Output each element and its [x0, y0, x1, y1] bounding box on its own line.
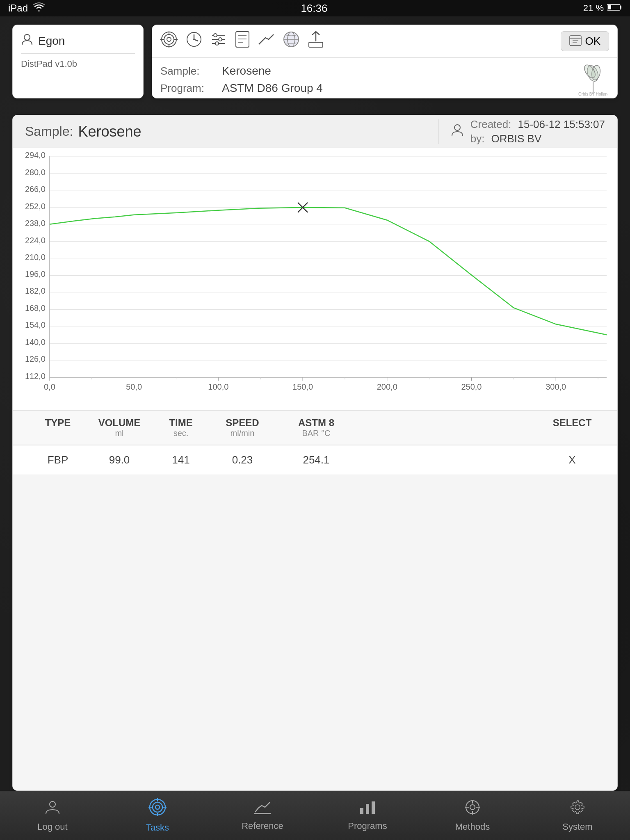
chart-icon[interactable] [258, 32, 274, 50]
sample-header-name: Kerosene [78, 123, 141, 140]
svg-rect-103 [366, 804, 369, 814]
tasks-icon [148, 798, 167, 820]
cell-speed: 0.23 [210, 454, 275, 466]
status-right: 21 % [583, 3, 622, 14]
svg-text:252,0: 252,0 [25, 202, 46, 211]
methods-icon [464, 799, 481, 819]
nav-programs[interactable]: Programs [331, 800, 404, 831]
svg-text:168,0: 168,0 [25, 304, 46, 313]
program-value: ASTM D86 Group 4 [222, 82, 323, 95]
device-label: iPad [8, 2, 28, 14]
svg-text:250,0: 250,0 [461, 382, 482, 391]
col-speed-sub: ml/min [231, 429, 255, 438]
ok-label: OK [585, 35, 600, 48]
nav-system-label: System [562, 822, 592, 832]
notes-icon[interactable] [235, 31, 250, 52]
svg-rect-28 [309, 42, 323, 47]
status-bar: iPad 16:36 21 % [0, 0, 630, 16]
bottom-nav: Log out Tasks Reference [0, 791, 630, 840]
status-left: iPad [8, 2, 45, 14]
by-value: ORBIS BV [491, 132, 541, 145]
svg-text:224,0: 224,0 [25, 236, 46, 245]
user-name-row: Egon [21, 33, 135, 54]
nav-methods-label: Methods [455, 822, 490, 832]
svg-point-96 [155, 805, 160, 809]
svg-point-39 [454, 125, 460, 130]
user-card: Egon DistPad v1.0b [12, 25, 144, 98]
svg-point-6 [167, 37, 171, 41]
clock-icon[interactable] [186, 31, 202, 51]
cell-select: X [543, 454, 601, 466]
col-astm-sub: BAR °C [302, 429, 330, 438]
program-label: Program: [160, 82, 214, 95]
wifi-icon [33, 2, 45, 14]
main-card: Sample: Kerosene Created: 15-06-12 15:53… [12, 115, 618, 791]
orbis-logo: Orbis BV Holland [576, 62, 609, 95]
chart-svg: 294,0 280,0 266,0 252,0 238,0 224,0 210,… [13, 148, 617, 410]
col-astm-header: ASTM 8 BAR °C [275, 417, 357, 438]
col-select-label: SELECT [553, 417, 592, 429]
svg-point-20 [215, 42, 219, 45]
sample-user-icon [451, 123, 464, 140]
col-volume-sub: ml [115, 429, 123, 438]
toolbar-top: OK [152, 25, 617, 58]
col-time-label: TIME [169, 417, 192, 429]
battery-label: 21 % [583, 3, 604, 14]
svg-rect-1 [620, 6, 621, 9]
ok-button[interactable]: OK [561, 31, 609, 51]
svg-point-93 [50, 801, 55, 807]
app-version-label: DistPad v1.0b [21, 59, 135, 69]
cell-astm: 254.1 [275, 454, 357, 466]
nav-system[interactable]: System [541, 799, 614, 832]
col-time-sub: sec. [173, 429, 189, 438]
nav-reference[interactable]: Reference [226, 800, 299, 831]
toolbar-card: OK Sample: Kerosene Program: ASTM D86 Gr… [152, 25, 618, 98]
target-icon[interactable] [160, 31, 178, 52]
cell-type: FBP [29, 454, 87, 466]
svg-text:140,0: 140,0 [25, 338, 46, 347]
col-extra-header [357, 417, 543, 438]
sliders-icon[interactable] [210, 32, 227, 50]
svg-text:300,0: 300,0 [546, 382, 566, 391]
table-row[interactable]: FBP 99.0 141 0.23 254.1 X [13, 445, 617, 475]
globe-icon[interactable] [283, 31, 300, 52]
nav-programs-label: Programs [348, 821, 387, 831]
svg-rect-2 [608, 5, 611, 9]
svg-point-106 [470, 805, 475, 810]
system-icon [569, 799, 586, 819]
svg-text:150,0: 150,0 [292, 382, 313, 391]
upload-icon[interactable] [308, 31, 324, 52]
svg-point-14 [193, 39, 195, 40]
nav-logout[interactable]: Log out [16, 799, 89, 832]
nav-tasks[interactable]: Tasks [121, 798, 194, 833]
svg-text:280,0: 280,0 [25, 168, 46, 177]
svg-rect-102 [360, 808, 363, 814]
by-label: by: [470, 132, 485, 145]
col-astm-label: ASTM 8 [298, 417, 334, 429]
user-person-icon [21, 33, 33, 48]
svg-rect-40 [13, 148, 617, 410]
cell-time: 141 [152, 454, 210, 466]
svg-rect-101 [254, 813, 271, 814]
status-time: 16:36 [301, 2, 327, 15]
nav-reference-label: Reference [242, 821, 283, 831]
cell-volume: 99.0 [87, 454, 152, 466]
col-volume-label: VOLUME [98, 417, 141, 429]
svg-text:266,0: 266,0 [25, 185, 46, 194]
svg-text:238,0: 238,0 [25, 219, 46, 228]
top-area: Egon DistPad v1.0b [0, 16, 630, 107]
svg-text:Orbis BV Holland: Orbis BV Holland [578, 92, 608, 96]
svg-text:210,0: 210,0 [25, 253, 46, 262]
col-type-header: TYPE [29, 417, 87, 438]
nav-methods[interactable]: Methods [436, 799, 509, 832]
logout-icon [44, 799, 61, 819]
battery-icon [607, 3, 622, 14]
svg-text:154,0: 154,0 [25, 320, 46, 329]
user-name-label: Egon [38, 34, 65, 48]
sample-header-label: Sample: [25, 124, 73, 139]
svg-point-18 [214, 34, 217, 37]
svg-point-19 [219, 38, 222, 41]
svg-rect-104 [372, 801, 375, 814]
svg-point-95 [153, 802, 162, 812]
table-header: TYPE VOLUME ml TIME sec. SPEED ml/min AS… [13, 411, 617, 445]
